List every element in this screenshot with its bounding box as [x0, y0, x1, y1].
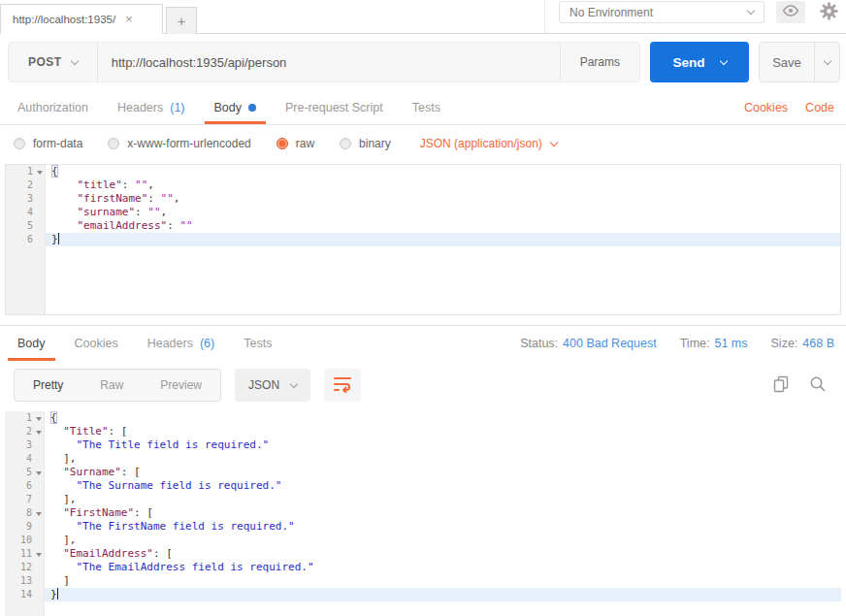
view-preview-button[interactable]: Preview: [142, 370, 220, 401]
line-gutter: 11: [5, 547, 44, 561]
fold-spacer: [34, 523, 43, 532]
environment-area: No Environment: [544, 0, 846, 33]
close-tab-icon[interactable]: ×: [125, 12, 133, 26]
code-text: ],: [44, 493, 77, 506]
fold-triangle-icon[interactable]: [34, 509, 43, 518]
code-line[interactable]: 6 "The Surname field is required.": [5, 479, 841, 493]
settings-button[interactable]: [817, 1, 840, 23]
line-gutter: 14: [5, 588, 44, 601]
tab-headers[interactable]: Headers (1): [108, 90, 195, 124]
chevron-down-icon: [719, 56, 727, 64]
code-line[interactable]: 5 "Surname": [: [5, 466, 841, 479]
line-gutter: 8: [5, 506, 44, 520]
code-line[interactable]: 9 "The FirstName field is required.": [5, 520, 841, 534]
app-tab-bar: http://localhost:1935/ × + No Environmen…: [0, 0, 846, 34]
view-raw-button[interactable]: Raw: [81, 370, 142, 401]
fold-spacer: [34, 591, 43, 600]
radio-x-www-form-urlencoded[interactable]: x-www-form-urlencoded: [108, 137, 250, 150]
params-button[interactable]: Params: [560, 43, 639, 81]
code-line[interactable]: 3 "The Title field is required.": [5, 438, 841, 452]
send-button[interactable]: Send: [650, 42, 749, 82]
code-line[interactable]: 1{: [5, 411, 841, 425]
fold-spacer: [35, 181, 44, 190]
copy-response-button[interactable]: [772, 375, 790, 396]
chevron-down-icon: [290, 379, 298, 387]
code-line[interactable]: 12 "The EmailAddress field is required.": [5, 561, 841, 574]
radio-icon: [14, 138, 25, 149]
response-actions: [772, 375, 832, 396]
tab-pre-request-script[interactable]: Pre-request Script: [276, 90, 393, 124]
fold-triangle-icon[interactable]: [34, 428, 43, 437]
request-url-bar: POST Params Send Save: [0, 34, 846, 90]
response-panel: Body Cookies Headers (6) Tests Status:40…: [0, 325, 846, 616]
line-gutter: 5: [5, 466, 44, 479]
line-gutter: 7: [5, 493, 44, 506]
environment-selector[interactable]: No Environment: [559, 1, 765, 23]
fold-triangle-icon[interactable]: [34, 414, 43, 423]
code-text: ]: [44, 574, 70, 588]
method-selector[interactable]: POST: [9, 43, 98, 81]
fold-spacer: [34, 482, 43, 491]
eye-icon: [782, 5, 799, 19]
tab-authorization[interactable]: Authorization: [8, 90, 98, 124]
fold-spacer: [34, 455, 43, 464]
fold-triangle-icon[interactable]: [35, 168, 44, 177]
code-line[interactable]: 4 ],: [5, 452, 841, 466]
code-link[interactable]: Code: [805, 101, 834, 114]
line-gutter: 6: [6, 233, 45, 246]
headers-count-badge: (1): [170, 101, 184, 114]
radio-binary[interactable]: binary: [340, 137, 391, 150]
url-input[interactable]: [98, 43, 560, 81]
save-button[interactable]: Save: [759, 42, 840, 82]
line-gutter: 4: [5, 452, 44, 466]
format-selector[interactable]: JSON: [235, 369, 310, 402]
response-tab-headers[interactable]: Headers (6): [138, 326, 225, 361]
line-gutter: 2: [6, 178, 45, 192]
code-line[interactable]: 13 ]: [5, 574, 841, 588]
code-line[interactable]: 11 "EmailAddress": [: [5, 547, 841, 561]
code-line[interactable]: 14}: [5, 588, 841, 601]
search-response-button[interactable]: [809, 375, 827, 396]
tab-body[interactable]: Body: [205, 90, 267, 124]
response-tab-cookies[interactable]: Cookies: [65, 326, 128, 361]
new-tab-button[interactable]: +: [166, 7, 197, 34]
content-type-selector[interactable]: JSON (application/json): [420, 137, 557, 150]
request-tabs: Authorization Headers (1) Body Pre-reque…: [0, 90, 846, 125]
code-line[interactable]: 6}: [6, 233, 840, 246]
view-pretty-button[interactable]: Pretty: [15, 370, 81, 401]
radio-form-data[interactable]: form-data: [14, 137, 82, 150]
code-line[interactable]: 1{: [6, 165, 840, 178]
response-tab-tests[interactable]: Tests: [234, 326, 281, 361]
code-text: "title": "",: [45, 178, 154, 192]
fold-triangle-icon[interactable]: [34, 550, 43, 559]
save-dropdown-button[interactable]: [814, 43, 839, 81]
fold-triangle-icon[interactable]: [34, 469, 43, 477]
request-body-editor[interactable]: 1{2 "title": "",3 "firstName": "",4 "sur…: [5, 164, 841, 315]
environment-preview-button[interactable]: [776, 1, 805, 23]
code-line[interactable]: 8 "FirstName": [: [5, 506, 841, 520]
line-gutter: 1: [5, 411, 44, 425]
code-text: "FirstName": [: [44, 506, 153, 520]
code-line[interactable]: 10 ],: [5, 534, 841, 547]
code-line[interactable]: 3 "firstName": "",: [6, 192, 840, 206]
fold-spacer: [34, 441, 43, 450]
code-line[interactable]: 5 "emailAddress": "": [6, 219, 840, 233]
code-text: "Title": [: [44, 425, 127, 438]
wrap-text-button[interactable]: [324, 369, 361, 402]
code-text: "The Surname field is required.": [44, 479, 281, 493]
fold-spacer: [35, 195, 44, 204]
tab-tests[interactable]: Tests: [403, 90, 450, 124]
code-line[interactable]: 7 ],: [5, 493, 841, 506]
code-text: ],: [44, 452, 77, 466]
response-tab-body[interactable]: Body: [8, 326, 55, 361]
cookies-link[interactable]: Cookies: [744, 101, 788, 114]
method-label: POST: [28, 55, 62, 69]
response-body-editor[interactable]: 1{2 "Title": [3 "The Title field is requ…: [5, 411, 841, 616]
code-line[interactable]: 2 "Title": [: [5, 425, 841, 438]
code-line[interactable]: 4 "surname": "",: [6, 206, 840, 219]
code-line[interactable]: 2 "title": "",: [6, 178, 840, 192]
request-tab[interactable]: http://localhost:1935/ ×: [0, 4, 163, 34]
time-label: Time:: [680, 337, 710, 350]
gear-icon: [820, 2, 838, 23]
radio-raw[interactable]: raw: [277, 137, 314, 150]
